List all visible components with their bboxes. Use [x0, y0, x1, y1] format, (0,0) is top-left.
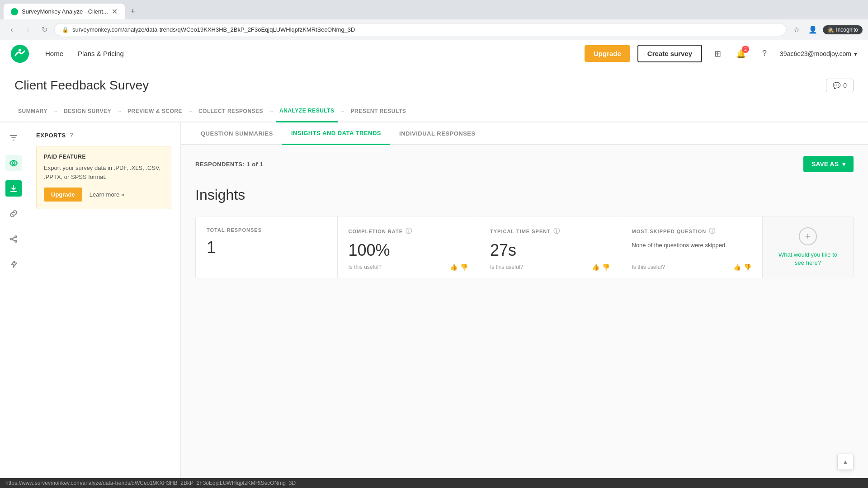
skipped-help-icon[interactable]: ⓘ	[709, 227, 716, 235]
time-spent-help-icon[interactable]: ⓘ	[553, 227, 560, 235]
reload-button[interactable]: ↻	[38, 23, 51, 36]
tab-individual-responses[interactable]: INDIVIDUAL RESPONSES	[390, 123, 485, 144]
metric-total-responses: TOTAL RESPONSES 1	[196, 216, 338, 278]
page-title-bar: Client Feedback Survey 💬 0	[0, 67, 868, 100]
app-nav: Home Plans & Pricing	[38, 50, 131, 57]
svg-point-5	[15, 240, 17, 242]
back-button[interactable]: ‹	[5, 23, 18, 36]
upgrade-small-button[interactable]: Upgrade	[44, 188, 82, 202]
upgrade-button[interactable]: Upgrade	[585, 45, 630, 62]
step-present[interactable]: PRESENT RESULTS	[347, 101, 410, 122]
metric-completion-rate: COMPLETION RATE ⓘ 100% Is this useful? 👍…	[338, 216, 480, 278]
paid-feature-actions: Upgrade Learn more »	[44, 188, 164, 202]
step-summary[interactable]: SUMMARY	[14, 101, 51, 122]
time-footer-text: Is this useful?	[490, 264, 523, 270]
add-widget-icon[interactable]: +	[799, 227, 817, 245]
thumbs-up-icon-2[interactable]: 👍	[592, 263, 599, 271]
tab-favicon	[11, 8, 18, 15]
metric-completion-label: COMPLETION RATE ⓘ	[349, 227, 468, 235]
apps-icon: ⊞	[714, 49, 721, 59]
thumbs-down-icon-2[interactable]: 👎	[602, 263, 610, 271]
sidebar-link-icon[interactable]	[5, 206, 22, 222]
new-tab-button[interactable]: +	[127, 5, 139, 18]
user-menu-chevron: ▾	[854, 50, 857, 57]
content-tabs: QUESTION SUMMARIES INSIGHTS AND DATA TRE…	[181, 122, 868, 145]
address-bar[interactable]: 🔒 surveymonkey.com/analyze/data-trends/q…	[54, 23, 787, 36]
sidebar-filter-icon[interactable]	[5, 130, 22, 146]
metrics-row: TOTAL RESPONSES 1 COMPLETION RATE ⓘ 100%…	[195, 216, 854, 278]
surveymonkey-logo[interactable]	[11, 45, 29, 63]
svg-point-1	[19, 49, 21, 52]
scroll-to-top-button[interactable]: ▲	[837, 454, 854, 470]
create-survey-button[interactable]: Create survey	[637, 45, 702, 62]
respondents-bar: RESPONDENTS: 1 of 1 SAVE AS ▾	[195, 156, 854, 172]
browser-chrome: SurveyMonkey Analyze - Client... ✕ + ‹ ›…	[0, 0, 868, 40]
step-arrow-3: →	[188, 108, 193, 114]
status-bar: https://www.surveymonkey.com/analyze/dat…	[0, 478, 868, 488]
sidebar-flash-icon[interactable]	[5, 256, 22, 272]
user-menu[interactable]: 39ac6e23@moodjoy.com ▾	[780, 50, 857, 57]
save-as-button[interactable]: SAVE AS ▾	[803, 156, 854, 172]
help-icon: ?	[762, 49, 767, 58]
profile-button[interactable]: 👤	[807, 23, 819, 36]
sidebar-download-icon[interactable]	[5, 180, 22, 197]
metric-time-footer: Is this useful? 👍 👎	[490, 263, 610, 271]
notifications-button[interactable]: 🔔 2	[733, 46, 749, 62]
metric-skipped-footer: Is this useful? 👍 👎	[632, 263, 752, 271]
skipped-feedback: 👍 👎	[733, 263, 751, 271]
step-preview[interactable]: PREVIEW & SCORE	[124, 101, 186, 122]
forward-button[interactable]: ›	[22, 23, 34, 36]
paid-feature-desc: Export your survey data in .PDF, .XLS, .…	[44, 164, 164, 181]
url-text: surveymonkey.com/analyze/data-trends/qWC…	[72, 26, 779, 33]
app-header: Home Plans & Pricing Upgrade Create surv…	[0, 40, 868, 67]
learn-more-link[interactable]: Learn more »	[90, 191, 124, 198]
browser-nav-bar: ‹ › ↻ 🔒 surveymonkey.com/analyze/data-tr…	[0, 19, 868, 40]
main-panel: QUESTION SUMMARIES INSIGHTS AND DATA TRE…	[181, 122, 868, 488]
paid-feature-box: PAID FEATURE Export your survey data in …	[36, 146, 171, 209]
sidebar-eye-icon[interactable]	[5, 155, 22, 171]
sidebar-share-icon[interactable]	[5, 231, 22, 247]
thumbs-up-icon[interactable]: 👍	[450, 263, 458, 271]
nav-plans[interactable]: Plans & Pricing	[71, 50, 131, 57]
lock-icon: 🔒	[62, 27, 69, 33]
paid-feature-label: PAID FEATURE	[44, 154, 164, 160]
left-panel: EXPORTS ? PAID FEATURE Export your surve…	[27, 122, 181, 488]
step-collect[interactable]: COLLECT RESPONSES	[195, 101, 267, 122]
help-button[interactable]: ?	[756, 46, 773, 62]
save-as-label: SAVE AS	[811, 160, 839, 168]
exports-label: EXPORTS	[36, 132, 66, 139]
nav-home[interactable]: Home	[38, 50, 71, 57]
tab-insights[interactable]: INSIGHTS AND DATA TRENDS	[282, 122, 390, 145]
add-widget-text[interactable]: What would you like to see here?	[774, 251, 842, 267]
browser-tab-bar: SurveyMonkey Analyze - Client... ✕ +	[0, 0, 868, 19]
step-design[interactable]: DESIGN SURVEY	[60, 101, 115, 122]
status-url: https://www.surveymonkey.com/analyze/dat…	[5, 480, 296, 486]
metric-completion-value: 100%	[349, 241, 468, 260]
metric-completion-footer: Is this useful? 👍 👎	[349, 263, 468, 271]
svg-point-3	[15, 236, 17, 238]
metric-total-value: 1	[207, 238, 326, 257]
tab-close-button[interactable]: ✕	[112, 7, 118, 16]
comments-button[interactable]: 💬 0	[826, 79, 854, 92]
thumbs-down-icon[interactable]: 👎	[460, 263, 468, 271]
insights-title: Insights	[195, 187, 854, 203]
bookmark-button[interactable]: ☆	[790, 23, 803, 36]
active-tab[interactable]: SurveyMonkey Analyze - Client... ✕	[4, 4, 125, 19]
main-layout: ‹ EXPORTS ? PAID FEATURE Export your sur…	[0, 122, 868, 488]
chevron-up-icon: ▲	[842, 458, 849, 465]
step-arrow-5: →	[340, 108, 345, 114]
thumbs-down-icon-3[interactable]: 👎	[744, 263, 751, 271]
apps-button[interactable]: ⊞	[709, 46, 726, 62]
exports-help-icon[interactable]: ?	[70, 131, 74, 139]
save-as-chevron: ▾	[842, 160, 845, 168]
tab-question-summaries[interactable]: QUESTION SUMMARIES	[192, 123, 282, 144]
page-title: Client Feedback Survey	[14, 78, 149, 93]
comments-count: 0	[843, 82, 847, 89]
metric-total-label: TOTAL RESPONSES	[207, 227, 326, 233]
svg-point-0	[11, 45, 29, 63]
thumbs-up-icon-3[interactable]: 👍	[733, 263, 741, 271]
metric-time-value: 27s	[490, 241, 610, 260]
step-analyze[interactable]: ANALYZE RESULTS	[276, 100, 338, 122]
completion-rate-help-icon[interactable]: ⓘ	[406, 227, 412, 235]
completion-footer-text: Is this useful?	[349, 264, 382, 270]
